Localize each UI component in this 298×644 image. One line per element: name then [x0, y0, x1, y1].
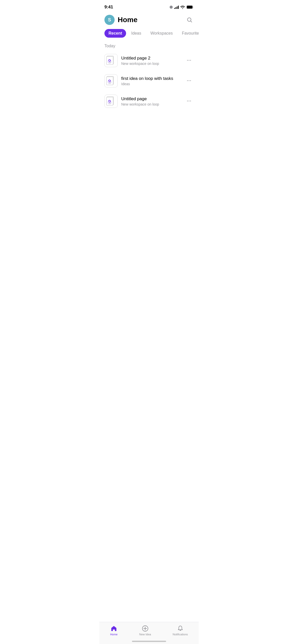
item-more-button[interactable]	[184, 56, 194, 66]
item-subtitle: Ideas	[121, 82, 181, 86]
more-icon	[186, 98, 192, 104]
status-time: 9:41	[104, 5, 113, 10]
status-icons	[170, 5, 194, 9]
item-title: Untitled page	[121, 96, 181, 101]
section-header: Today	[99, 43, 199, 50]
item-more-button[interactable]	[184, 76, 194, 86]
more-icon	[186, 78, 192, 83]
item-content: Untitled page New workspace on loop	[121, 96, 181, 106]
loop-page-icon	[105, 96, 117, 107]
battery-icon	[186, 5, 194, 9]
item-more-button[interactable]	[184, 96, 194, 106]
svg-point-8	[187, 60, 188, 61]
svg-point-16	[187, 80, 188, 81]
tab-navigation: Recent Ideas Workspaces Favourites	[99, 29, 199, 38]
list-item[interactable]: first idea on loop with tasks Ideas	[104, 71, 194, 91]
svg-point-17	[189, 80, 189, 81]
header-left: S Home	[104, 15, 138, 25]
svg-point-9	[189, 60, 189, 61]
status-bar: 9:41	[99, 0, 199, 13]
tab-workspaces[interactable]: Workspaces	[146, 29, 177, 38]
search-icon	[186, 17, 193, 23]
section-label: Today	[104, 44, 115, 48]
tab-recent[interactable]: Recent	[104, 29, 126, 38]
svg-point-10	[190, 60, 191, 61]
item-subtitle: New workspace on loop	[121, 62, 181, 66]
status-dot	[170, 6, 173, 9]
wifi-icon	[180, 5, 185, 9]
signal-icon	[174, 5, 179, 9]
header: S Home	[99, 13, 199, 29]
more-icon	[186, 58, 192, 63]
svg-point-24	[187, 100, 188, 101]
list-item[interactable]: Untitled page New workspace on loop	[104, 91, 194, 111]
item-content: first idea on loop with tasks Ideas	[121, 76, 181, 86]
avatar[interactable]: S	[104, 15, 115, 25]
svg-point-25	[189, 100, 189, 101]
svg-rect-1	[187, 6, 193, 9]
search-button[interactable]	[185, 16, 194, 24]
list-item[interactable]: Untitled page 2 New workspace on loop	[104, 50, 194, 71]
item-title: first idea on loop with tasks	[121, 76, 181, 81]
tab-favourites[interactable]: Favourites	[178, 29, 199, 38]
item-content: Untitled page 2 New workspace on loop	[121, 56, 181, 66]
tab-ideas[interactable]: Ideas	[127, 29, 145, 38]
svg-point-26	[190, 100, 191, 101]
item-icon	[104, 74, 118, 87]
item-icon	[104, 54, 118, 67]
svg-point-18	[190, 80, 191, 81]
item-icon	[104, 95, 118, 108]
loop-page-icon	[105, 55, 117, 66]
item-subtitle: New workspace on loop	[121, 102, 181, 106]
page-title: Home	[118, 16, 138, 24]
item-title: Untitled page 2	[121, 56, 181, 61]
list-container: Untitled page 2 New workspace on loop f	[99, 50, 199, 111]
loop-page-icon	[105, 75, 117, 86]
